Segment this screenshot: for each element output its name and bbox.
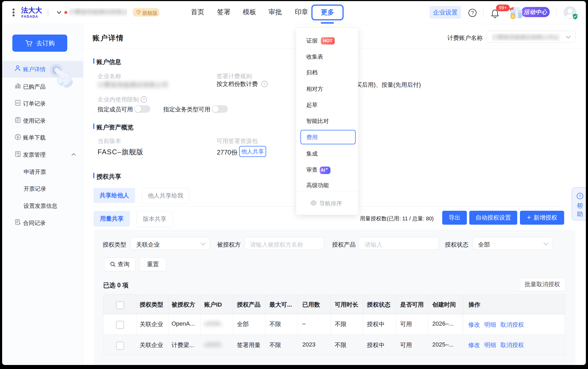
svg-text:?: ? xyxy=(471,10,474,16)
svg-text:?: ? xyxy=(143,97,145,102)
svg-text:?: ? xyxy=(579,194,581,198)
svg-text:?: ? xyxy=(263,82,266,86)
